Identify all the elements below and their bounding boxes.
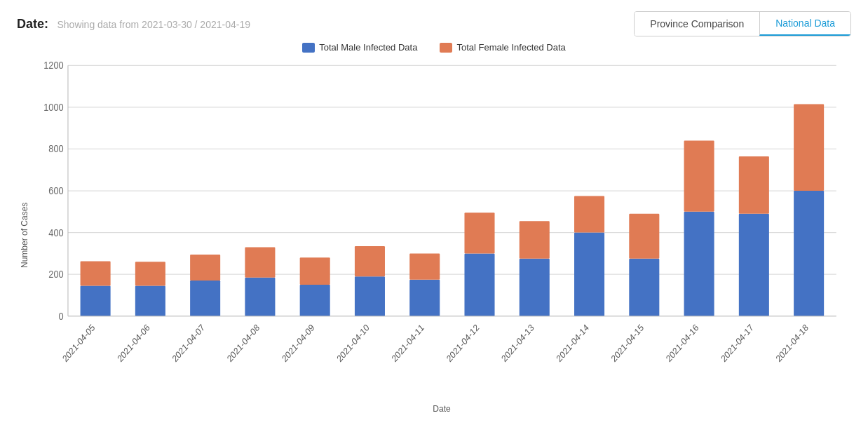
svg-rect-50 bbox=[739, 214, 769, 316]
province-comparison-button[interactable]: Province Comparison bbox=[635, 12, 759, 36]
main-container: Date: Showing data from 2021-03-30 / 202… bbox=[0, 0, 868, 425]
svg-rect-26 bbox=[300, 285, 330, 316]
svg-rect-15 bbox=[81, 261, 111, 285]
svg-text:2021-04-14: 2021-04-14 bbox=[555, 323, 590, 365]
svg-text:2021-04-12: 2021-04-12 bbox=[445, 323, 481, 365]
svg-text:2021-04-18: 2021-04-18 bbox=[774, 323, 810, 365]
svg-rect-32 bbox=[409, 280, 440, 316]
svg-text:600: 600 bbox=[48, 185, 64, 196]
svg-rect-48 bbox=[684, 141, 714, 212]
legend-male-label: Total Male Infected Data bbox=[319, 42, 417, 53]
chart-area: Total Male Infected Data Total Female In… bbox=[17, 42, 851, 414]
svg-text:2021-04-08: 2021-04-08 bbox=[226, 323, 262, 365]
legend-male-box bbox=[302, 43, 315, 53]
svg-rect-17 bbox=[135, 286, 165, 316]
bar-chart: 0200400600800100012002021-04-052021-04-0… bbox=[32, 57, 851, 403]
chart-wrap: Number of Cases 020040060080010001200202… bbox=[17, 57, 851, 414]
svg-text:2021-04-11: 2021-04-11 bbox=[390, 323, 426, 365]
chart-inner: 0200400600800100012002021-04-052021-04-0… bbox=[32, 57, 851, 414]
svg-text:2021-04-05: 2021-04-05 bbox=[61, 323, 97, 365]
svg-rect-30 bbox=[355, 246, 385, 276]
svg-text:2021-04-09: 2021-04-09 bbox=[280, 323, 316, 365]
date-sub: Showing data from 2021-03-30 / 2021-04-1… bbox=[57, 19, 250, 30]
svg-rect-44 bbox=[629, 259, 659, 316]
svg-text:400: 400 bbox=[48, 227, 64, 238]
svg-rect-45 bbox=[629, 214, 659, 259]
svg-rect-21 bbox=[190, 255, 220, 281]
svg-text:2021-04-15: 2021-04-15 bbox=[609, 323, 645, 365]
svg-text:2021-04-17: 2021-04-17 bbox=[719, 323, 755, 365]
svg-rect-47 bbox=[684, 212, 714, 316]
svg-rect-18 bbox=[135, 262, 165, 285]
svg-rect-20 bbox=[190, 281, 220, 316]
legend-male: Total Male Infected Data bbox=[302, 42, 417, 53]
x-axis-label: Date bbox=[32, 404, 851, 414]
legend-female-label: Total Female Infected Data bbox=[456, 42, 565, 53]
svg-rect-53 bbox=[794, 191, 824, 316]
svg-rect-36 bbox=[464, 212, 494, 253]
svg-rect-14 bbox=[81, 286, 111, 316]
legend: Total Male Infected Data Total Female In… bbox=[17, 42, 851, 53]
svg-rect-41 bbox=[574, 233, 604, 316]
svg-text:200: 200 bbox=[48, 269, 64, 280]
svg-rect-33 bbox=[409, 253, 440, 279]
svg-rect-24 bbox=[245, 247, 275, 277]
national-data-button[interactable]: National Data bbox=[759, 12, 850, 36]
header-row: Date: Showing data from 2021-03-30 / 202… bbox=[17, 11, 851, 36]
svg-rect-42 bbox=[574, 196, 604, 232]
legend-female: Total Female Infected Data bbox=[440, 42, 565, 53]
svg-rect-29 bbox=[355, 276, 385, 316]
date-info: Date: Showing data from 2021-03-30 / 202… bbox=[17, 17, 250, 32]
svg-text:2021-04-06: 2021-04-06 bbox=[116, 323, 151, 365]
legend-female-box bbox=[440, 43, 452, 53]
svg-rect-38 bbox=[520, 259, 550, 316]
svg-text:800: 800 bbox=[48, 144, 64, 155]
date-label: Date: bbox=[17, 17, 48, 31]
svg-text:2021-04-16: 2021-04-16 bbox=[665, 323, 700, 365]
svg-text:2021-04-10: 2021-04-10 bbox=[335, 323, 371, 365]
svg-rect-39 bbox=[520, 221, 550, 259]
svg-rect-54 bbox=[794, 104, 824, 191]
y-axis-label: Number of Cases bbox=[17, 57, 32, 414]
svg-text:0: 0 bbox=[59, 311, 64, 322]
svg-rect-51 bbox=[739, 156, 769, 214]
svg-rect-35 bbox=[464, 253, 494, 316]
svg-rect-27 bbox=[300, 257, 330, 285]
svg-text:1000: 1000 bbox=[43, 102, 64, 113]
view-toggle: Province Comparison National Data bbox=[634, 11, 851, 36]
svg-text:1200: 1200 bbox=[43, 60, 64, 71]
svg-rect-23 bbox=[245, 278, 275, 316]
svg-text:2021-04-13: 2021-04-13 bbox=[500, 323, 536, 365]
svg-text:2021-04-07: 2021-04-07 bbox=[170, 323, 206, 365]
